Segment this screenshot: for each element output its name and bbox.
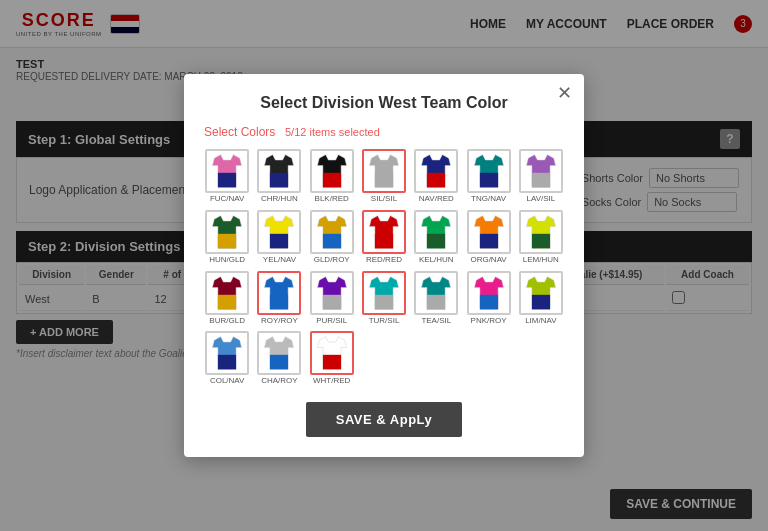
color-item-NAV-RED[interactable]: NAV/RED xyxy=(413,149,459,204)
color-label-BUR-GLD: BUR/GLD xyxy=(209,317,245,326)
color-label-FUC-NAV: FUC/NAV xyxy=(210,195,245,204)
modal-close-button[interactable]: ✕ xyxy=(557,82,572,104)
color-item-YEL-NAV[interactable]: YEL/NAV xyxy=(256,210,302,265)
color-label-PNK-ROY: PNK/ROY xyxy=(471,317,507,326)
svg-rect-27 xyxy=(532,234,550,249)
color-label-LAV-SIL: LAV/SIL xyxy=(526,195,555,204)
modal-overlay: ✕ Select Division West Team Color Select… xyxy=(0,0,768,531)
svg-rect-21 xyxy=(375,234,393,249)
color-label-SIL-SIL: SIL/SIL xyxy=(371,195,397,204)
svg-rect-5 xyxy=(323,173,341,188)
svg-rect-7 xyxy=(375,173,393,188)
color-item-ORG-NAV[interactable]: ORG/NAV xyxy=(465,210,511,265)
modal: ✕ Select Division West Team Color Select… xyxy=(184,74,584,457)
color-item-WHT-RED[interactable]: WHT/RED xyxy=(309,331,355,386)
color-item-BLK-RED[interactable]: BLK/RED xyxy=(309,149,355,204)
color-item-LAV-SIL[interactable]: LAV/SIL xyxy=(518,149,564,204)
svg-rect-15 xyxy=(218,234,236,249)
color-label-WHT-RED: WHT/RED xyxy=(313,377,350,386)
color-item-GLD-ROY[interactable]: GLD/ROY xyxy=(309,210,355,265)
color-item-SIL-SIL[interactable]: SIL/SIL xyxy=(361,149,407,204)
color-label-PUR-SIL: PUR/SIL xyxy=(316,317,347,326)
color-item-TEA-SIL[interactable]: TEA/SIL xyxy=(413,271,459,326)
color-item-RED-RED[interactable]: RED/RED xyxy=(361,210,407,265)
color-label-COL-NAV: COL/NAV xyxy=(210,377,245,386)
color-item-TUR-SIL[interactable]: TUR/SIL xyxy=(361,271,407,326)
svg-rect-35 xyxy=(375,294,393,309)
color-label-TNG-NAV: TNG/NAV xyxy=(471,195,506,204)
svg-rect-33 xyxy=(323,294,341,309)
color-item-FUC-NAV[interactable]: FUC/NAV xyxy=(204,149,250,204)
svg-rect-29 xyxy=(218,294,236,309)
items-selected: 5/12 items selected xyxy=(285,126,380,138)
save-apply-button[interactable]: SAVE & AppLy xyxy=(306,402,463,437)
color-label-LIM-NAV: LIM/NAV xyxy=(525,317,556,326)
color-item-CHA-ROY[interactable]: CHA/ROY xyxy=(256,331,302,386)
color-label-CHA-ROY: CHA/ROY xyxy=(261,377,297,386)
svg-rect-1 xyxy=(218,173,236,188)
svg-rect-11 xyxy=(479,173,497,188)
color-label-YEL-NAV: YEL/NAV xyxy=(263,256,296,265)
color-item-ROY-ROY[interactable]: ROY/ROY xyxy=(256,271,302,326)
color-label-CHR-HUN: CHR/HUN xyxy=(261,195,298,204)
svg-rect-19 xyxy=(323,234,341,249)
svg-rect-23 xyxy=(427,234,445,249)
svg-rect-39 xyxy=(479,294,497,309)
color-item-PUR-SIL[interactable]: PUR/SIL xyxy=(309,271,355,326)
svg-rect-31 xyxy=(270,294,288,309)
select-colors-label: Select Colors 5/12 items selected xyxy=(204,124,564,139)
svg-rect-43 xyxy=(218,355,236,370)
color-label-ORG-NAV: ORG/NAV xyxy=(470,256,506,265)
color-item-TNG-NAV[interactable]: TNG/NAV xyxy=(465,149,511,204)
svg-rect-25 xyxy=(479,234,497,249)
color-grid: FUC/NAV CHR/HUN BLK/RED SIL/SIL NAV/RED … xyxy=(204,149,564,386)
color-label-HUN-GLD: HUN/GLD xyxy=(209,256,245,265)
modal-title: Select Division West Team Color xyxy=(204,94,564,112)
color-item-LIM-NAV[interactable]: LIM/NAV xyxy=(518,271,564,326)
color-label-TEA-SIL: TEA/SIL xyxy=(421,317,451,326)
color-label-RED-RED: RED/RED xyxy=(366,256,402,265)
svg-rect-9 xyxy=(427,173,445,188)
svg-rect-17 xyxy=(270,234,288,249)
color-label-TUR-SIL: TUR/SIL xyxy=(369,317,400,326)
color-item-KEL-HUN[interactable]: KEL/HUN xyxy=(413,210,459,265)
svg-rect-3 xyxy=(270,173,288,188)
color-item-PNK-ROY[interactable]: PNK/ROY xyxy=(465,271,511,326)
color-item-COL-NAV[interactable]: COL/NAV xyxy=(204,331,250,386)
svg-rect-41 xyxy=(532,294,550,309)
color-label-NAV-RED: NAV/RED xyxy=(419,195,454,204)
color-label-GLD-ROY: GLD/ROY xyxy=(314,256,350,265)
color-label-ROY-ROY: ROY/ROY xyxy=(261,317,298,326)
svg-rect-37 xyxy=(427,294,445,309)
svg-rect-47 xyxy=(323,355,341,370)
color-label-KEL-HUN: KEL/HUN xyxy=(419,256,454,265)
svg-rect-13 xyxy=(532,173,550,188)
color-item-HUN-GLD[interactable]: HUN/GLD xyxy=(204,210,250,265)
color-item-BUR-GLD[interactable]: BUR/GLD xyxy=(204,271,250,326)
color-item-CHR-HUN[interactable]: CHR/HUN xyxy=(256,149,302,204)
color-label-BLK-RED: BLK/RED xyxy=(315,195,349,204)
color-label-LEM-HUN: LEM/HUN xyxy=(523,256,559,265)
color-item-LEM-HUN[interactable]: LEM/HUN xyxy=(518,210,564,265)
svg-rect-45 xyxy=(270,355,288,370)
